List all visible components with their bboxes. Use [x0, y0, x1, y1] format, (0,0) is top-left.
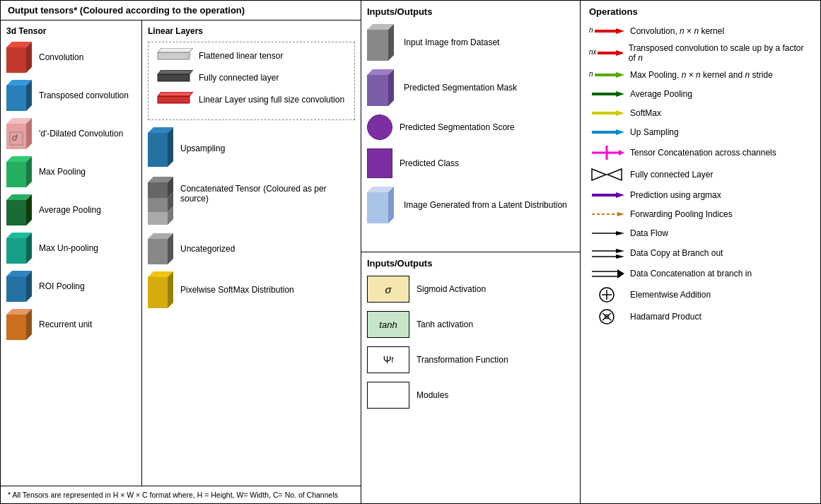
- svg-marker-56: [388, 187, 394, 223]
- flat-tensor-label: Flattened linear tensor: [199, 51, 283, 61]
- convolution-label: Convolution: [39, 52, 83, 62]
- io-tanh: tanh Tanh activation: [367, 311, 574, 338]
- fwdpool-arrow-icon: [589, 207, 624, 221]
- uncat-label: Uncategorized: [180, 244, 235, 254]
- op-hadamard-label: Hadamard Product: [630, 312, 701, 322]
- svg-marker-0: [6, 47, 26, 73]
- latent-icon: [367, 187, 397, 223]
- io-latent: Image Generated from a Latent Distributi…: [367, 187, 574, 223]
- svg-marker-31: [158, 92, 193, 96]
- op-dataflow: Data Flow: [589, 226, 812, 240]
- seg-mask-label: Predicted Segmentation Mask: [404, 83, 517, 93]
- svg-marker-38: [148, 198, 168, 212]
- right-panel-title: Operations: [589, 6, 812, 17]
- svg-marker-82: [616, 231, 624, 235]
- svg-marker-84: [616, 249, 624, 253]
- svg-text:n: n: [589, 26, 593, 34]
- svg-text:nx: nx: [589, 48, 598, 56]
- upsample-arrow-icon: [589, 125, 624, 139]
- svg-marker-50: [388, 24, 394, 61]
- tensor-item-roi: ROI Pooling: [6, 271, 136, 302]
- concat-arrow-icon: [589, 144, 624, 161]
- upsample-box-icon: [148, 127, 175, 170]
- svg-marker-27: [158, 48, 193, 52]
- transposed-label: Transposed convolution: [39, 90, 129, 100]
- svg-marker-53: [388, 69, 394, 106]
- op-avgpool: Average Pooling: [589, 87, 812, 101]
- recurrent-label: Recurrent unit: [39, 320, 92, 329]
- transp-arrow-icon: nx: [589, 46, 623, 60]
- svg-marker-14: [6, 200, 26, 225]
- left-panel-title: Output tensors* (Coloured according to t…: [1, 1, 361, 20]
- svg-marker-80: [617, 212, 624, 216]
- unpool-label: Max Un-pooling: [39, 243, 98, 253]
- svg-marker-62: [616, 50, 623, 56]
- svg-marker-42: [148, 239, 168, 264]
- op-fc: Fully connected Layer: [589, 166, 812, 183]
- transform-box: Ψf: [367, 346, 409, 373]
- mid-bottom: Inputs/Outputs σ Sigmoid Activation tanh…: [361, 252, 580, 503]
- io-seg-mask: Predicted Segmentation Mask: [367, 69, 574, 106]
- tensor-item-unpool: Max Un-pooling: [6, 233, 136, 264]
- svg-marker-3: [6, 86, 26, 111]
- upsample-label: Upsampling: [180, 143, 225, 153]
- svg-marker-26: [158, 52, 190, 59]
- op-fwdpool: Forwarding Pooling Indices: [589, 207, 812, 221]
- dilated-box-icon: d: [6, 118, 33, 149]
- sigmoid-box: σ: [367, 276, 409, 303]
- modules-box: [367, 382, 409, 409]
- op-elemplus: Elementwise Addition: [589, 286, 812, 303]
- svg-marker-48: [367, 30, 388, 61]
- tanh-label: Tanh activation: [417, 320, 473, 329]
- op-concat: Tensor Concatenation across channels: [589, 144, 812, 161]
- transposed-box-icon: [6, 80, 33, 111]
- svg-text:d: d: [12, 132, 18, 143]
- io-transform: Ψf Transformation Function: [367, 346, 574, 373]
- op-maxpool-label: Max Pooling, n × n kernel and n stride: [630, 70, 773, 80]
- recurrent-box-icon: [6, 309, 33, 340]
- lc-layer-item: Linear Layer using full size convolution: [154, 92, 349, 107]
- input-image-label: Input Image from Dataset: [404, 37, 499, 47]
- op-argmax: Prediction using argmax: [589, 188, 812, 202]
- fc-layer-label: Fully connected layer: [199, 73, 279, 83]
- tensor-item-avgpool: Average Pooling: [6, 194, 136, 225]
- svg-marker-51: [367, 75, 388, 106]
- softmax-box-icon: [148, 271, 175, 308]
- op-dataflow-label: Data Flow: [630, 228, 668, 238]
- concat-label: Concatenated Tensor (Coloured as per sou…: [180, 184, 355, 204]
- seg-mask-icon: [367, 69, 397, 106]
- svg-marker-29: [158, 70, 193, 74]
- roi-box-icon: [6, 271, 33, 302]
- linear-col-title: Linear Layers: [148, 26, 355, 36]
- main-container: Output tensors* (Coloured according to t…: [0, 0, 821, 504]
- tensor-item-transposed: Transposed convolution: [6, 80, 136, 111]
- flat-tensor-icon: [154, 48, 193, 61]
- uncat-item: Uncategorized: [148, 233, 355, 264]
- op-argmax-label: Prediction using argmax: [630, 190, 721, 200]
- op-avgpool-label: Average Pooling: [630, 89, 692, 99]
- tanh-box: tanh: [367, 311, 409, 338]
- op-softmax-label: SoftMax: [630, 108, 661, 118]
- convolution-box-icon: [6, 42, 33, 73]
- svg-marker-67: [616, 91, 624, 97]
- svg-marker-69: [616, 110, 624, 116]
- svg-marker-65: [616, 72, 624, 78]
- svg-marker-32: [148, 133, 168, 167]
- svg-marker-20: [6, 276, 26, 302]
- mid-top: Inputs/Outputs Input Image from Dataset: [361, 1, 580, 252]
- op-elemplus-label: Elementwise Addition: [630, 290, 711, 300]
- tensor-col: 3d Tensor Convolution: [1, 20, 142, 486]
- fc-icon: [589, 166, 624, 183]
- softmax-arrow-icon: [589, 106, 624, 120]
- svg-marker-47: [168, 271, 173, 308]
- lc-layer-label: Linear Layer using full size convolution: [199, 95, 344, 105]
- left-panel: Output tensors* (Coloured according to t…: [1, 1, 361, 503]
- svg-marker-45: [148, 277, 168, 308]
- op-datacopy-label: Data Copy at Branch out: [630, 248, 723, 258]
- io-seg-score: Predicted Segmentation Score: [367, 115, 574, 140]
- svg-marker-86: [616, 254, 624, 259]
- input-image-icon: [367, 24, 397, 61]
- modules-label: Modules: [417, 390, 448, 400]
- svg-marker-11: [6, 162, 26, 187]
- unpool-box-icon: [6, 233, 33, 264]
